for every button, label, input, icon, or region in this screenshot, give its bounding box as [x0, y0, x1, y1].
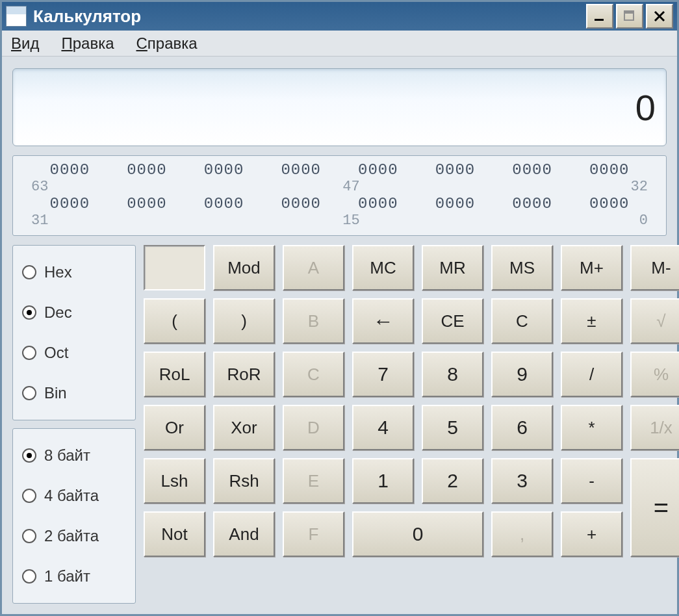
- bit-viewer: 0000 0000 0000 0000 0000 0000 0000 0000 …: [12, 155, 667, 236]
- and-button[interactable]: And: [213, 511, 275, 557]
- hex-a-button[interactable]: A: [283, 245, 344, 290]
- word-4-byte[interactable]: 4 байта: [22, 480, 126, 511]
- m-plus-button[interactable]: M+: [561, 245, 622, 290]
- hex-c-button[interactable]: C: [283, 352, 344, 397]
- digit-4-button[interactable]: 4: [352, 405, 414, 450]
- client-area: 0 0000 0000 0000 0000 0000 0000 0000 000…: [2, 57, 677, 614]
- digit-7-button[interactable]: 7: [352, 352, 414, 397]
- lparen-button[interactable]: (: [144, 298, 205, 344]
- title-bar: Калькулятор: [2, 2, 677, 31]
- multiply-button[interactable]: *: [561, 405, 622, 450]
- bit-row-63-32: 0000 0000 0000 0000 0000 0000 0000 0000: [31, 161, 648, 179]
- equals-button[interactable]: =: [630, 458, 679, 557]
- minimize-icon: [593, 10, 606, 23]
- arrow-left-icon: [373, 309, 394, 333]
- digit-2-button[interactable]: 2: [422, 458, 483, 504]
- result-value: 0: [635, 86, 656, 129]
- menu-bar: Вид Правка Справка: [2, 31, 677, 57]
- close-icon: [653, 10, 666, 23]
- word-8-label: 8 байт: [44, 446, 90, 465]
- sqrt-button[interactable]: √: [630, 298, 679, 344]
- bit-index-0: 0: [639, 212, 648, 229]
- hex-e-button[interactable]: E: [283, 458, 344, 504]
- decimal-button[interactable]: ,: [491, 511, 553, 557]
- m-minus-button[interactable]: M-: [630, 245, 679, 290]
- lsh-button[interactable]: Lsh: [144, 458, 205, 504]
- bit-index-32: 32: [631, 179, 648, 195]
- lower-panel: Hex Dec Oct Bin: [12, 245, 667, 604]
- minus-button[interactable]: -: [561, 458, 622, 504]
- digit-3-button[interactable]: 3: [491, 458, 553, 504]
- reciprocal-button[interactable]: 1/x: [630, 405, 679, 450]
- hex-d-button[interactable]: D: [283, 405, 344, 450]
- radio-icon: [22, 489, 36, 503]
- word-1-byte[interactable]: 1 байт: [22, 561, 126, 592]
- radio-icon: [22, 529, 36, 543]
- plus-minus-button[interactable]: ±: [561, 298, 622, 344]
- rsh-button[interactable]: Rsh: [213, 458, 275, 504]
- plus-button[interactable]: +: [561, 511, 622, 557]
- digit-5-button[interactable]: 5: [422, 405, 483, 450]
- radio-icon: [22, 305, 36, 320]
- ms-button[interactable]: MS: [491, 245, 553, 290]
- digit-1-button[interactable]: 1: [352, 458, 414, 504]
- close-button[interactable]: [646, 4, 673, 29]
- maximize-button[interactable]: [616, 4, 643, 29]
- maximize-icon: [623, 10, 636, 23]
- bit-index-31: 31: [31, 212, 48, 229]
- c-button[interactable]: C: [491, 298, 553, 344]
- xor-button[interactable]: Xor: [213, 405, 275, 450]
- rol-button[interactable]: RoL: [144, 352, 205, 397]
- menu-help[interactable]: Справка: [136, 34, 198, 53]
- radix-oct-label: Oct: [44, 344, 68, 362]
- bit-index-47: 47: [319, 179, 359, 195]
- radio-icon: [22, 448, 36, 463]
- radio-icon: [22, 346, 36, 360]
- radix-bin[interactable]: Bin: [22, 378, 126, 409]
- menu-edit[interactable]: Правка: [61, 34, 114, 53]
- ror-button[interactable]: RoR: [213, 352, 275, 397]
- app-icon: [6, 6, 27, 27]
- radix-hex[interactable]: Hex: [22, 257, 126, 288]
- radio-icon: [22, 265, 36, 279]
- bit-row-31-0: 0000 0000 0000 0000 0000 0000 0000 0000: [31, 195, 648, 212]
- or-button[interactable]: Or: [144, 405, 205, 450]
- window-title: Калькулятор: [33, 6, 586, 27]
- word-2-label: 2 байта: [44, 527, 99, 545]
- bit-index-63: 63: [31, 179, 48, 195]
- window-controls: [586, 4, 673, 29]
- blank-button: [144, 245, 205, 290]
- percent-button[interactable]: %: [630, 352, 679, 397]
- radix-dec[interactable]: Dec: [22, 297, 126, 328]
- hex-f-button[interactable]: F: [283, 511, 344, 557]
- digit-8-button[interactable]: 8: [422, 352, 483, 397]
- svg-rect-2: [624, 11, 634, 14]
- ce-button[interactable]: CE: [422, 298, 483, 344]
- word-2-byte[interactable]: 2 байта: [22, 520, 126, 552]
- not-button[interactable]: Not: [144, 511, 205, 557]
- digit-0-button[interactable]: 0: [352, 511, 483, 557]
- digit-6-button[interactable]: 6: [491, 405, 553, 450]
- mc-button[interactable]: MC: [352, 245, 414, 290]
- radio-icon: [22, 569, 36, 584]
- radix-bin-label: Bin: [44, 384, 67, 402]
- menu-view[interactable]: Вид: [11, 34, 39, 53]
- hex-b-button[interactable]: B: [283, 298, 344, 344]
- word-size-group: 8 байт 4 байта 2 байта 1 байт: [12, 428, 136, 604]
- mr-button[interactable]: MR: [422, 245, 483, 290]
- word-1-label: 1 байт: [44, 567, 90, 585]
- svg-rect-0: [595, 19, 604, 21]
- radio-icon: [22, 386, 36, 400]
- divide-button[interactable]: /: [561, 352, 622, 397]
- backspace-button[interactable]: [352, 298, 414, 344]
- radix-oct[interactable]: Oct: [22, 337, 126, 368]
- calculator-window: Калькулятор Вид Правка Справка 0 0000 00…: [0, 0, 679, 616]
- result-display: 0: [12, 68, 667, 146]
- word-8-byte[interactable]: 8 байт: [22, 440, 126, 471]
- rparen-button[interactable]: ): [213, 298, 275, 344]
- mod-button[interactable]: Mod: [213, 245, 275, 290]
- radix-hex-label: Hex: [44, 263, 72, 281]
- digit-9-button[interactable]: 9: [491, 352, 553, 397]
- minimize-button[interactable]: [586, 4, 613, 29]
- radix-dec-label: Dec: [44, 303, 72, 322]
